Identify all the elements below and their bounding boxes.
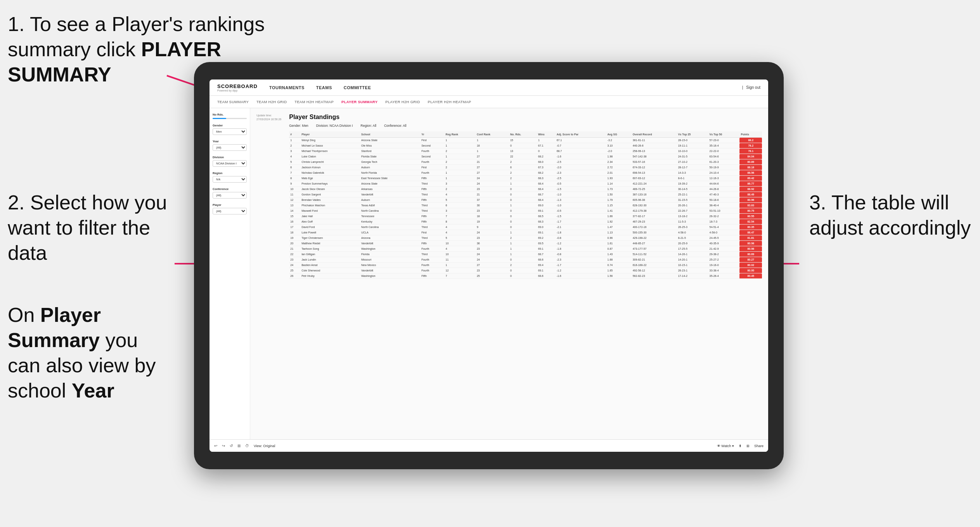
subnav-team-h2h-heatmap[interactable]: TEAM H2H HEATMAP [294, 100, 334, 104]
table-cell: Fourth [420, 263, 444, 268]
table-cell: North Carolina [360, 225, 420, 230]
col-player: Player [300, 131, 360, 138]
table-cell: 38-40-4 [708, 203, 740, 208]
table-cell: 1 [509, 246, 537, 252]
export-icon[interactable]: ⬆ [739, 444, 742, 448]
table-cell: 5 [289, 159, 300, 165]
table-cell: 44-26-8 [708, 187, 740, 192]
table-cell: Jacob Skov Olesen [300, 187, 360, 192]
redo-icon[interactable]: ↪ [222, 444, 225, 448]
undo-icon[interactable]: ↩ [214, 444, 217, 448]
table-cell: Second [420, 143, 444, 149]
nav-item-tournaments[interactable]: TOURNAMENTS [269, 84, 305, 92]
table-cell: 1.66 [606, 214, 632, 219]
table-cell: 24 [476, 252, 509, 257]
table-cell: 20 [289, 241, 300, 246]
copy-icon[interactable]: ⊞ [237, 444, 241, 448]
table-cell: 429-198-22 [632, 235, 677, 241]
filters-row: Gender: Men Division: NCAA Division I Re… [289, 124, 762, 128]
region-select[interactable]: N/k [213, 176, 247, 183]
conference-select[interactable]: (All) [213, 192, 247, 199]
nav-item-committee[interactable]: COMMITTEE [344, 84, 371, 92]
content-area: Update time: 27/03/2024 16:56:26 Player … [250, 108, 768, 439]
toolbar-right: 👁 Watch ▾ ⬆ ⊞ Share [717, 444, 764, 448]
table-cell: Fourth [420, 149, 444, 154]
table-cell: 0.74 [606, 263, 632, 268]
table-cell: Tennessee [360, 214, 420, 219]
table-row: 11Gordon SargentVanderbiltThird421068.7-… [289, 192, 762, 197]
table-cell: 8 [445, 219, 476, 225]
view-original[interactable]: View: Original [254, 444, 275, 448]
subnav-player-h2h-grid[interactable]: PLAYER H2H GRID [385, 100, 420, 104]
table-cell: Fourth [420, 268, 444, 273]
table-cell: 1 [289, 138, 300, 143]
annotation-right: 3. The table will adjust accordingly [809, 190, 972, 240]
table-cell: 10 [445, 241, 476, 246]
table-cell: -1.0 [556, 203, 606, 208]
table-cell: 68.2 [537, 154, 556, 159]
table-cell: Taehoon Song [300, 246, 360, 252]
gender-select[interactable]: Men [213, 128, 247, 135]
table-cell: 17-14-2 [677, 273, 708, 279]
nav-items[interactable]: TOURNAMENTS TEAMS COMMITTEE [269, 84, 742, 92]
table-cell: Third [420, 192, 444, 197]
table-cell: 21-42-9 [708, 246, 740, 252]
table-cell: 1.56 [606, 273, 632, 279]
col-rank: # [289, 131, 300, 138]
table-cell: 2 [445, 149, 476, 154]
sidebar-year: Year (All) [213, 140, 247, 151]
share-button[interactable]: Share [754, 444, 764, 448]
table-cell: 473-177-57 [632, 246, 677, 252]
no-rds-slider[interactable] [213, 118, 247, 119]
table-cell: 78.1 [739, 149, 762, 154]
table-cell: 68.6 [537, 257, 556, 263]
table-cell: -2.0 [556, 165, 606, 170]
clock-icon[interactable]: ⏱ [245, 444, 249, 448]
table-cell: 21 [289, 246, 300, 252]
nav-item-teams[interactable]: TEAMS [316, 84, 332, 92]
annotation-mid-left: 2. Select how you want to filter the dat… [8, 190, 171, 266]
table-cell: Vanderbilt [360, 192, 420, 197]
table-cell: 30-14-5 [677, 187, 708, 192]
table-cell: 18 [476, 214, 509, 219]
grid-icon[interactable]: ⊞ [746, 444, 750, 448]
sign-out-link[interactable]: Sign out [746, 85, 760, 90]
table-cell: -0.8 [556, 252, 606, 257]
subnav-player-summary[interactable]: PLAYER SUMMARY [341, 100, 377, 104]
annotation-bold-year: Year [72, 379, 114, 402]
table-cell: Michael Thorbjornsen [300, 149, 360, 154]
table-cell: 80.96 [739, 197, 762, 203]
table-cell: -1.3 [556, 197, 606, 203]
table-cell: 89.42 [739, 176, 762, 181]
table-cell: 69.1 [537, 230, 556, 235]
table-cell: 533-57-16 [632, 159, 677, 165]
table-cell: 31-15-5 [677, 197, 708, 203]
table-cell: 0 [509, 143, 537, 149]
watch-button[interactable]: 👁 Watch ▾ [717, 444, 734, 448]
subnav-team-h2h-grid[interactable]: TEAM H2H GRID [256, 100, 287, 104]
subnav-team-summary[interactable]: TEAM SUMMARY [217, 100, 249, 104]
annotation-text-2: Select how you want to filter the data [8, 191, 167, 264]
table-cell: First [420, 165, 444, 170]
player-select[interactable]: (All) [213, 208, 247, 214]
subnav-player-h2h-heatmap[interactable]: PLAYER H2H HEATMAP [428, 100, 471, 104]
table-cell: 3.10 [606, 143, 632, 149]
year-select[interactable]: (All) [213, 144, 247, 151]
table-cell: 628-192-30 [632, 203, 677, 208]
table-cell: -0.5 [556, 208, 606, 214]
sidebar-filters: No Rds. Gender Men Year (All) [210, 108, 250, 439]
table-cell: 19-16-0 [708, 263, 740, 268]
main-content: No Rds. Gender Men Year (All) [210, 108, 768, 439]
refresh-icon[interactable]: ↺ [230, 444, 233, 448]
nav-right: | Sign out [742, 85, 760, 90]
table-cell: 492-56-12 [632, 268, 677, 273]
table-cell: -1.7 [556, 263, 606, 268]
sidebar-player: Player (All) [213, 203, 247, 214]
table-cell: 1 [445, 170, 476, 176]
table-cell: -1.8 [556, 246, 606, 252]
table-cell: Phichaksn Maichon [300, 203, 360, 208]
table-cell: 26 [289, 273, 300, 279]
division-select[interactable]: NCAA Division I [213, 160, 247, 167]
table-cell: 1.14 [606, 181, 632, 187]
table-cell: 80.35 [739, 225, 762, 230]
